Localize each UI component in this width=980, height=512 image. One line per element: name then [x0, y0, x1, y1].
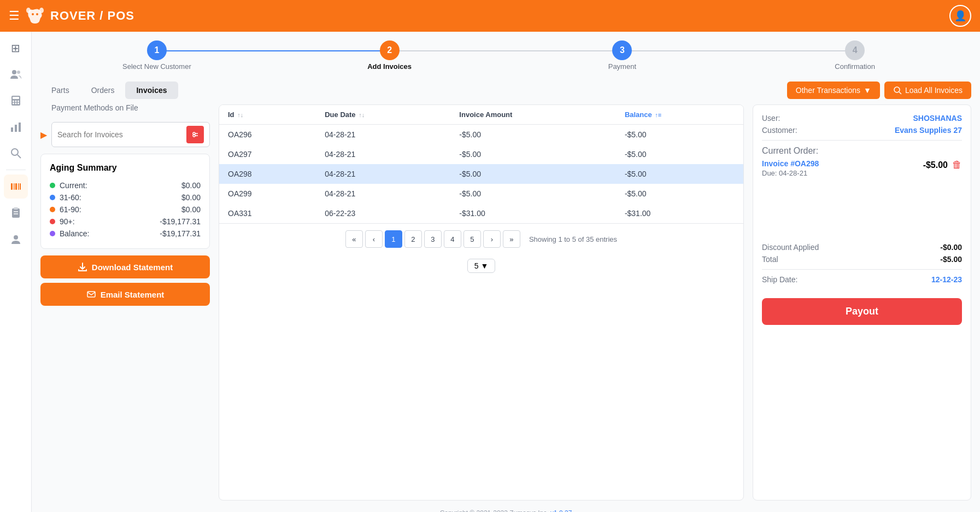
- order-divider-1: [762, 140, 962, 141]
- svg-point-12: [15, 103, 16, 104]
- aging-row-balance: Balance: -$19,177.31: [50, 228, 201, 240]
- load-all-invoices-label: Load All Invoices: [905, 86, 963, 95]
- cell-id: OA331: [219, 203, 316, 223]
- per-page-dropdown[interactable]: 5 ▼: [467, 259, 496, 273]
- version-link[interactable]: v1.0.27: [550, 509, 572, 512]
- svg-point-3: [39, 8, 44, 13]
- page-btn-1[interactable]: 1: [385, 230, 402, 248]
- cell-due-date: 06-22-23: [316, 203, 450, 223]
- search-filter-button[interactable]: [186, 126, 204, 143]
- sidebar-item-calculator[interactable]: [4, 89, 28, 113]
- svg-rect-14: [11, 127, 13, 132]
- cell-invoice-amount: -$5.00: [450, 144, 616, 164]
- table-row[interactable]: OA331 06-22-23 -$31.00 -$31.00: [219, 203, 743, 223]
- current-order-label: Current Order:: [762, 146, 818, 155]
- due-date: Due: 04-28-21: [762, 169, 819, 177]
- download-statement-button[interactable]: Download Statement: [40, 255, 210, 278]
- svg-point-34: [894, 87, 900, 92]
- sidebar-item-analytics[interactable]: [4, 115, 28, 139]
- sidebar-item-dashboard[interactable]: ⊞: [4, 36, 28, 60]
- sidebar-item-clipboard[interactable]: [4, 201, 28, 225]
- tab-parts[interactable]: Parts: [40, 82, 80, 99]
- svg-rect-7: [13, 97, 19, 99]
- left-panel: Parts Orders Invoices Payment Methods on…: [40, 82, 210, 501]
- svg-point-0: [32, 13, 34, 15]
- aging-value-90plus: -$19,177.31: [160, 217, 201, 226]
- col-header-due-date[interactable]: Due Date ↑↓: [316, 105, 450, 125]
- cell-due-date: 04-28-21: [316, 125, 450, 145]
- tab-payment-methods[interactable]: Payment Methods on File: [40, 99, 149, 117]
- page-prev-button[interactable]: ‹: [365, 230, 383, 248]
- page-next-button[interactable]: ›: [483, 230, 501, 248]
- aging-row-current: Current: $0.00: [50, 179, 201, 191]
- aging-row-61-90: 61-90: $0.00: [50, 203, 201, 216]
- content-area: Parts Orders Invoices Payment Methods on…: [40, 82, 971, 501]
- aging-summary: Aging Summary Current: $0.00 31-60: $0.0…: [40, 154, 210, 249]
- cell-invoice-amount: -$31.00: [450, 203, 616, 223]
- page-last-button[interactable]: »: [503, 230, 520, 248]
- sidebar-item-search[interactable]: [4, 141, 28, 165]
- search-input[interactable]: [57, 130, 183, 139]
- discount-label: Discount Applied: [762, 243, 819, 252]
- svg-rect-20: [14, 183, 15, 190]
- svg-point-4: [12, 70, 16, 74]
- svg-point-5: [17, 71, 20, 74]
- aging-value-balance: -$19,177.31: [160, 229, 201, 238]
- tab-invoices[interactable]: Invoices: [125, 82, 178, 99]
- svg-rect-16: [19, 123, 21, 132]
- download-statement-label: Download Statement: [92, 263, 173, 272]
- svg-point-10: [17, 101, 19, 102]
- due-amount: -$5.00: [923, 160, 948, 170]
- other-transactions-button[interactable]: Other Transactions ▼: [787, 82, 880, 99]
- arrow-right-icon[interactable]: ▶: [40, 130, 47, 140]
- table-row[interactable]: OA297 04-28-21 -$5.00 -$5.00: [219, 144, 743, 164]
- svg-point-11: [13, 103, 14, 104]
- aging-value-current: $0.00: [181, 181, 201, 190]
- stepper-step-1[interactable]: 1 Select New Customer: [40, 40, 273, 71]
- table-row[interactable]: OA299 04-28-21 -$5.00 -$5.00: [219, 184, 743, 203]
- stepper-label-1: Select New Customer: [122, 62, 191, 71]
- delete-invoice-button[interactable]: 🗑: [952, 159, 962, 171]
- svg-rect-15: [15, 125, 17, 132]
- load-all-invoices-button[interactable]: Load All Invoices: [884, 82, 971, 99]
- stepper-step-3[interactable]: 3 Payment: [506, 40, 739, 71]
- user-avatar[interactable]: 👤: [949, 5, 971, 27]
- page-btn-4[interactable]: 4: [444, 230, 461, 248]
- stepper-step-4[interactable]: 4 Confirmation: [738, 40, 971, 71]
- table-row[interactable]: OA298 04-28-21 -$5.00 -$5.00: [219, 164, 743, 184]
- aging-title: Aging Summary: [50, 163, 201, 173]
- cell-invoice-amount: -$5.00: [450, 184, 616, 203]
- stepper-step-2[interactable]: 2 Add Invoices: [273, 40, 506, 71]
- col-header-balance[interactable]: Balance ↑≡: [616, 105, 743, 125]
- user-label: User:: [762, 114, 780, 123]
- email-statement-label: Email Statement: [101, 290, 165, 299]
- page-btn-5[interactable]: 5: [463, 230, 481, 248]
- page-first-button[interactable]: «: [345, 230, 363, 248]
- email-statement-button[interactable]: Email Statement: [40, 283, 210, 306]
- sidebar: ⊞: [0, 32, 32, 512]
- svg-point-8: [13, 101, 14, 102]
- payout-button[interactable]: Payout: [762, 298, 962, 325]
- table-top-bar: Other Transactions ▼ Load All Invoices: [219, 82, 971, 99]
- page-btn-3[interactable]: 3: [424, 230, 442, 248]
- current-order-section: Current Order:: [762, 146, 962, 156]
- svg-point-30: [193, 135, 195, 137]
- user-row: User: SHOSHANAS: [762, 114, 962, 123]
- sidebar-item-scanner[interactable]: [4, 174, 28, 199]
- svg-point-17: [11, 149, 18, 155]
- col-header-id[interactable]: Id ↑↓: [219, 105, 316, 125]
- sidebar-item-profile[interactable]: [4, 227, 28, 251]
- ship-date-label: Ship Date:: [762, 275, 797, 284]
- hamburger-icon[interactable]: ☰: [9, 9, 20, 23]
- sidebar-item-users[interactable]: [4, 62, 28, 86]
- sort-icon-id: ↑↓: [237, 112, 243, 118]
- chevron-down-icon: ▼: [864, 86, 871, 95]
- invoice-link[interactable]: Invoice #OA298: [762, 159, 819, 168]
- page-btn-2[interactable]: 2: [404, 230, 422, 248]
- svg-rect-24: [12, 208, 20, 218]
- cell-id: OA299: [219, 184, 316, 203]
- table-row[interactable]: OA296 04-28-21 -$5.00 -$5.00: [219, 125, 743, 145]
- svg-point-1: [36, 13, 38, 15]
- svg-point-2: [26, 8, 31, 13]
- tab-orders[interactable]: Orders: [80, 82, 126, 99]
